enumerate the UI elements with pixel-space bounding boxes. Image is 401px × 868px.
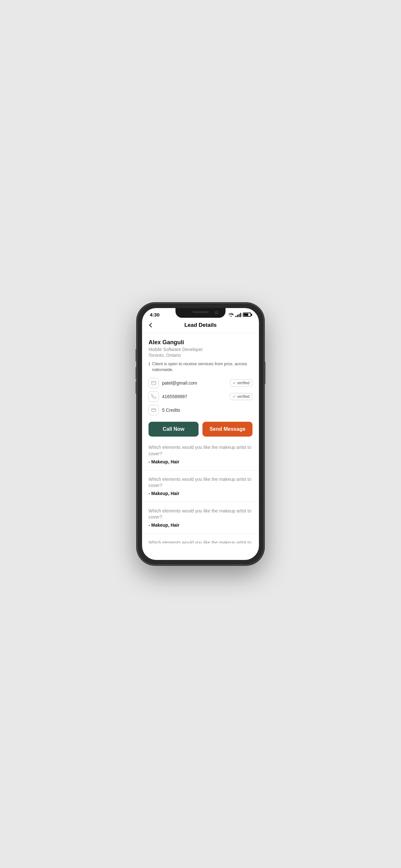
phone-value: 4165589997 bbox=[162, 394, 187, 399]
content-area: Alex Ganguli Mobile Software Developer T… bbox=[142, 333, 259, 544]
qa-question-0: Which elements would you like the makeup… bbox=[149, 444, 252, 457]
back-arrow-icon bbox=[149, 323, 154, 328]
email-icon bbox=[151, 380, 156, 385]
qa-answer-0: - Makeup, Hair bbox=[149, 459, 252, 464]
call-now-button[interactable]: Call Now bbox=[149, 422, 198, 437]
qa-question-3: Which elements would you like the makeup… bbox=[149, 539, 252, 544]
camera bbox=[215, 311, 219, 314]
svg-rect-1 bbox=[151, 409, 156, 412]
divider-0 bbox=[142, 470, 259, 470]
email-verified-label: verified bbox=[237, 381, 250, 385]
qa-question-1: Which elements would you like the makeup… bbox=[149, 476, 252, 489]
email-icon-wrap bbox=[149, 378, 159, 388]
qa-container: Which elements would you like the makeup… bbox=[149, 444, 252, 544]
credits-value: 5 Credits bbox=[162, 407, 180, 413]
phone-verified-label: verified bbox=[237, 394, 250, 399]
credits-icon-wrap bbox=[149, 405, 159, 415]
page-header: Lead Details bbox=[142, 319, 259, 333]
credits-row: 5 Credits bbox=[149, 405, 252, 415]
lead-job-title: Mobile Software Developer bbox=[149, 347, 252, 352]
email-value: patel@gmail.com bbox=[162, 380, 197, 385]
check-icon: ✓ bbox=[233, 381, 236, 385]
phone-frame: 4:30 bbox=[137, 304, 264, 564]
phone-row: 4165589997 ✓ verified bbox=[149, 392, 252, 402]
qa-item-2: Which elements would you like the makeup… bbox=[149, 508, 252, 528]
back-button[interactable] bbox=[149, 322, 154, 328]
lead-location: Toronto, Ontario bbox=[149, 352, 252, 358]
send-message-button[interactable]: Send Message bbox=[203, 422, 252, 437]
phone-icon-wrap bbox=[149, 392, 159, 402]
status-time: 4:30 bbox=[150, 312, 159, 317]
status-icons bbox=[228, 313, 251, 317]
divider-2 bbox=[142, 533, 259, 534]
email-verified-badge: ✓ verified bbox=[230, 379, 252, 386]
qa-answer-2: - Makeup, Hair bbox=[149, 523, 252, 528]
divider-1 bbox=[142, 502, 259, 502]
info-icon: ℹ bbox=[149, 361, 150, 367]
phone-icon bbox=[151, 394, 156, 399]
speaker bbox=[192, 311, 209, 313]
notice-text: Client is open to receive services from … bbox=[152, 361, 252, 373]
signal-icon bbox=[235, 313, 241, 317]
phone-left: 4165589997 bbox=[149, 392, 187, 402]
check-icon-phone: ✓ bbox=[233, 395, 236, 399]
email-row: patel@gmail.com ✓ verified bbox=[149, 378, 252, 388]
qa-item-0: Which elements would you like the makeup… bbox=[149, 444, 252, 464]
battery-icon bbox=[243, 313, 251, 317]
wifi-icon bbox=[228, 313, 234, 317]
email-left: patel@gmail.com bbox=[149, 378, 197, 388]
credits-icon bbox=[151, 407, 156, 413]
info-notice: ℹ Client is open to receive services fro… bbox=[149, 361, 252, 373]
qa-item-3: Which elements would you like the makeup… bbox=[149, 539, 252, 544]
page-title: Lead Details bbox=[184, 322, 217, 329]
phone-verified-badge: ✓ verified bbox=[230, 393, 252, 400]
qa-item-1: Which elements would you like the makeup… bbox=[149, 476, 252, 496]
notch bbox=[176, 308, 226, 318]
qa-question-2: Which elements would you like the makeup… bbox=[149, 508, 252, 521]
lead-name: Alex Ganguli bbox=[149, 339, 252, 346]
action-buttons: Call Now Send Message bbox=[149, 422, 252, 437]
qa-answer-1: - Makeup, Hair bbox=[149, 491, 252, 496]
phone-screen: 4:30 bbox=[142, 308, 259, 560]
